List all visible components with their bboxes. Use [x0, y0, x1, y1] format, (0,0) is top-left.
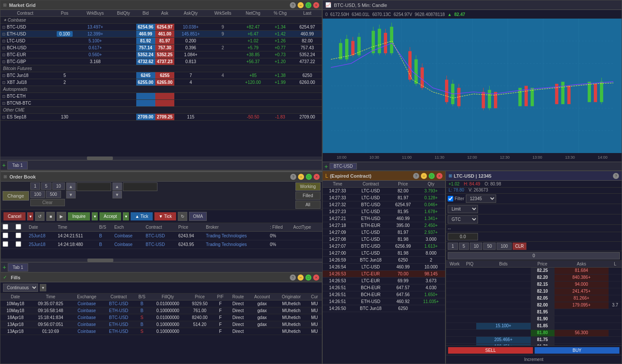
- table-row[interactable]: 14:26:53LTC-EUR70.0098.145: [323, 271, 445, 278]
- stop-btn[interactable]: ■: [46, 212, 55, 221]
- add-tab-btn[interactable]: +: [2, 162, 6, 169]
- ask-cell[interactable]: 6265.00: [155, 79, 174, 86]
- table-row[interactable]: 14:27:08LTC-USD81.983.000: [323, 236, 445, 243]
- qty-btn-1[interactable]: 1: [30, 182, 41, 190]
- table-row[interactable]: 25Jun18 14:24:18:480 B Coinbase BTC-USD …: [1, 240, 322, 249]
- table-row[interactable]: 18Apr18 15:18:41:834 Coinbase BTC-USD S …: [0, 314, 322, 321]
- table-row[interactable]: 25Jun18 14:24:21:511 B Coinbase BTC-USD …: [1, 232, 322, 240]
- ask-cell[interactable]: 6255: [155, 72, 174, 79]
- exp-min-btn[interactable]: −: [421, 173, 427, 179]
- ask-cell[interactable]: 461.00: [155, 31, 174, 38]
- table-row[interactable]: ⊡ BTC-GBP 3.168 4732.62 4737.23 0.813 +5…: [0, 58, 322, 65]
- ask-cell[interactable]: 757.30: [155, 45, 174, 51]
- fills-min-btn[interactable]: −: [298, 275, 304, 281]
- chart-add-tab-btn[interactable]: +: [324, 163, 328, 170]
- qty-btn-100[interactable]: 100: [30, 191, 45, 198]
- tab-1[interactable]: Tab 1: [7, 161, 27, 169]
- table-row[interactable]: ⊡ ETH-USD 0.100 12.399+ 460.99 461.00 14…: [0, 31, 322, 38]
- ask-cell[interactable]: 81.97: [155, 38, 174, 45]
- working-filter-btn[interactable]: Working: [295, 182, 321, 191]
- bid-auto-cell[interactable]: [136, 100, 155, 107]
- bid-cell[interactable]: 6245: [136, 72, 155, 79]
- ob-close-btn[interactable]: ×: [314, 174, 320, 180]
- fills-close-btn[interactable]: ×: [313, 275, 319, 281]
- orders-scroll-area[interactable]: Date Time B/S Exch Contract Price Broker…: [1, 223, 322, 259]
- chart-tab-btcusd[interactable]: BTC-USD: [330, 163, 356, 169]
- tick-down-btn[interactable]: ▼ Tick: [154, 212, 176, 220]
- bid-cell[interactable]: 6254.96: [136, 24, 155, 31]
- table-row[interactable]: 14:27:33LTC-USD82.003.793+: [323, 188, 445, 195]
- filter-checkbox[interactable]: [448, 196, 453, 201]
- ob-help-btn[interactable]: ?: [290, 174, 296, 180]
- accept-button[interactable]: Accept: [99, 212, 122, 220]
- ask-cell[interactable]: 6254.97: [155, 24, 174, 31]
- table-row[interactable]: ⊡ BCH-USD 0.617+ 757.14 757.30 0.396 2 +…: [0, 45, 322, 51]
- fills-mode-select[interactable]: Continuous: [3, 284, 38, 292]
- price2-down-btn[interactable]: ▼: [112, 191, 122, 198]
- table-row[interactable]: ⊡ XBT Jul18 2 6255.00 6265.00 4 +120.00 …: [0, 79, 322, 86]
- tick-up-btn[interactable]: ▲ Tick: [131, 212, 152, 220]
- oma-button[interactable]: OMA: [189, 212, 207, 221]
- fills-max-btn[interactable]: □: [305, 275, 311, 281]
- table-row[interactable]: 14:27:07BTC-USD6256.991.613+: [323, 243, 445, 250]
- table-row[interactable]: 14:27:23LTC-USD81.951.678+: [323, 208, 445, 215]
- exp-max-btn[interactable]: □: [429, 173, 435, 179]
- refresh-btn[interactable]: ↻: [178, 212, 187, 221]
- chart-area[interactable]: [323, 19, 622, 153]
- ob-tab-1[interactable]: Tab 1: [8, 263, 28, 271]
- table-row[interactable]: ⊡ ES Sep18 130 2709.00 2709.25 115 -50.5…: [0, 114, 322, 121]
- ob-hscroll[interactable]: [1, 259, 322, 262]
- price2-up-btn[interactable]: ▲: [112, 182, 122, 190]
- row-checkbox2[interactable]: [14, 232, 27, 240]
- num-btn-5[interactable]: 5: [459, 243, 469, 250]
- market-grid-hscroll[interactable]: [0, 156, 322, 160]
- change-button[interactable]: Change: [3, 191, 29, 201]
- table-row[interactable]: ⊡ BTC-EUR 0.560+ 5352.24 5352.25 1.084+ …: [0, 51, 322, 58]
- fills-scroll-area[interactable]: Date Time Exchange Contract B/S FillQty …: [0, 294, 322, 364]
- table-row[interactable]: ⊡ BTC-USD 13.497+ 6254.96 6254.97 10.038…: [0, 24, 322, 31]
- clear-button[interactable]: Clear: [30, 199, 65, 206]
- market-grid-close-btn[interactable]: ×: [313, 2, 319, 8]
- zero-btn[interactable]: 0: [448, 252, 620, 259]
- table-row[interactable]: ⊡ BTC-ETH: [0, 93, 322, 100]
- table-row[interactable]: 14:27:18ETH-EUR395.002.450+: [323, 222, 445, 229]
- inquire-dropdown-btn[interactable]: ▾: [92, 212, 98, 220]
- market-grid-min-btn[interactable]: −: [298, 2, 304, 8]
- bid-cell[interactable]: 757.14: [136, 45, 155, 51]
- row-checkbox2[interactable]: [14, 240, 27, 249]
- bid-cell[interactable]: 5352.24: [136, 51, 155, 58]
- table-row[interactable]: 14:27:32BTC-USD6254.970.046+: [323, 201, 445, 208]
- ask-cell[interactable]: 4737.23: [155, 58, 174, 65]
- table-row[interactable]: 14:26:50BTC Jun186250: [323, 305, 445, 312]
- ltc-price-input[interactable]: [448, 233, 478, 240]
- num-btn-50[interactable]: 50: [483, 243, 496, 250]
- table-row[interactable]: 14:26:59BTC Jun1862502: [323, 257, 445, 264]
- table-row[interactable]: ⊡ BTC Jun18 5 6245 6255 7 4 +85 +1.38 62…: [0, 72, 322, 79]
- sell-button[interactable]: SELL: [448, 347, 533, 354]
- accept-dropdown-btn[interactable]: ▾: [123, 212, 129, 220]
- table-row[interactable]: 14:27:33LTC-USD81.970.128+: [323, 195, 445, 201]
- table-row[interactable]: 14:26:54LTC-USD460.9910.000: [323, 264, 445, 271]
- reload-btn[interactable]: ↺: [35, 212, 45, 221]
- table-row[interactable]: 14:26:51ETH-USD460.9211.035+: [323, 298, 445, 305]
- ltc-ladder[interactable]: Work: [446, 261, 622, 345]
- fills-help-btn[interactable]: ?: [290, 275, 296, 281]
- all-filter-btn[interactable]: All: [295, 201, 321, 209]
- order-type-select[interactable]: Limit: [448, 205, 478, 213]
- ask-cell[interactable]: 5352.25: [155, 51, 174, 58]
- col-checkbox2-input[interactable]: [16, 224, 21, 230]
- inquire-button[interactable]: Inquire: [68, 212, 90, 220]
- buy-button[interactable]: BUY: [535, 347, 619, 354]
- ob-add-tab-btn[interactable]: +: [3, 264, 6, 271]
- exp-close-btn[interactable]: ×: [436, 173, 442, 179]
- ob-min-btn[interactable]: −: [298, 174, 304, 180]
- num-btn-1[interactable]: 1: [448, 243, 458, 250]
- num-btn-10[interactable]: 10: [470, 243, 482, 250]
- bid-cell[interactable]: 2709.00: [136, 114, 155, 121]
- forward-btn[interactable]: ▶: [57, 212, 66, 221]
- ask-auto-cell[interactable]: [155, 100, 174, 107]
- bid-auto-cell[interactable]: [136, 93, 155, 100]
- ask-cell[interactable]: 2709.25: [155, 114, 174, 121]
- filled-filter-btn[interactable]: Filled: [295, 192, 321, 200]
- qty-btn-500[interactable]: 500: [46, 191, 61, 198]
